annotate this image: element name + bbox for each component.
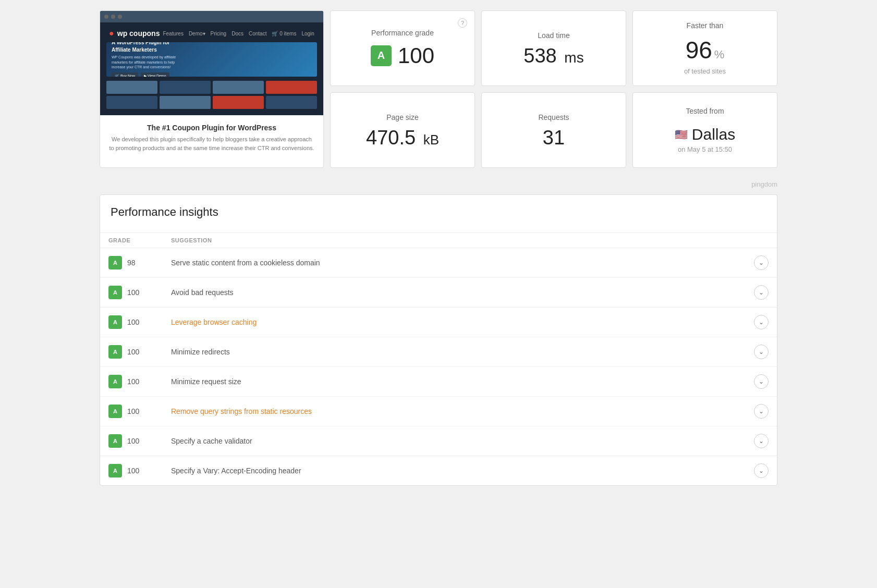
thumb-2	[160, 81, 211, 94]
thumb-6	[160, 96, 211, 109]
expand-button[interactable]: ⌄	[754, 434, 769, 448]
main-container: ● wp coupons Features Demo▾ Pricing Docs…	[89, 0, 788, 496]
expand-button[interactable]: ⌄	[754, 255, 769, 270]
tested-from-label: Tested from	[686, 107, 724, 115]
insights-title: Performance insights	[111, 205, 766, 219]
browser-content: ● wp coupons Features Demo▾ Pricing Docs…	[100, 22, 323, 115]
page-size-unit: kB	[423, 132, 439, 148]
grade-cell: A 100	[108, 286, 171, 299]
insight-grade-badge: A	[108, 256, 122, 270]
insight-score: 100	[127, 437, 143, 445]
city-name: Dallas	[692, 126, 735, 143]
insight-suggestion: Specify a Vary: Accept-Encoding header	[171, 467, 748, 475]
load-time-number: 538	[523, 45, 556, 67]
site-preview-card: ● wp coupons Features Demo▾ Pricing Docs…	[100, 10, 324, 168]
insight-score: 100	[127, 348, 143, 356]
hero-title: A WordPress Plugin forAffiliate Marketer…	[112, 42, 170, 54]
insight-suggestion: Leverage browser caching	[171, 318, 748, 326]
thumb-8	[266, 96, 317, 109]
nav-item-demo: Demo▾	[189, 31, 205, 36]
suggestion-column-header: SUGGESTION	[171, 237, 748, 243]
insight-grade-badge: A	[108, 464, 122, 477]
view-demo-mock: ▶ View Demo	[141, 72, 169, 77]
thumb-5	[106, 96, 157, 109]
expand-button[interactable]: ⌄	[754, 463, 769, 478]
thumbnail-grid	[106, 81, 317, 109]
faster-unit: %	[714, 48, 725, 62]
performance-grade-card: ? Performance grade A 100	[330, 10, 475, 86]
grade-cell: A 100	[108, 375, 171, 388]
requests-card: Requests 31	[481, 92, 626, 168]
expand-button[interactable]: ⌄	[754, 404, 769, 419]
nav-bar-mock: Features Demo▾ Pricing Docs Contact 🛒 0 …	[163, 31, 314, 36]
faster-percent: 96 %	[686, 36, 725, 64]
performance-grade-label: Performance grade	[371, 29, 434, 37]
insight-suggestion: Avoid bad requests	[171, 288, 748, 297]
expand-button[interactable]: ⌄	[754, 345, 769, 359]
insights-table-header: GRADE SUGGESTION	[100, 232, 777, 248]
faster-than-card: Faster than 96 % of tested sites	[632, 10, 777, 86]
hero-buttons: 🛒 Buy Now ▶ View Demo	[112, 72, 169, 77]
nav-item-items: 🛒 0 items	[272, 31, 296, 36]
site-preview-desc: We developed this plugin specifically to…	[108, 135, 315, 152]
expand-button[interactable]: ⌄	[754, 374, 769, 389]
load-time-card: Load time 538 ms	[481, 10, 626, 86]
expand-button[interactable]: ⌄	[754, 315, 769, 329]
grade-cell: A 100	[108, 405, 171, 418]
help-icon[interactable]: ?	[458, 18, 467, 28]
insights-rows-container: A 98 Serve static content from a cookiel…	[100, 248, 777, 485]
pingdom-credit: pingdom	[100, 178, 777, 194]
stats-grid: ? Performance grade A 100 Load time 538 …	[330, 10, 777, 168]
insight-grade-badge: A	[108, 315, 122, 329]
grade-cell: A 98	[108, 256, 171, 270]
insight-suggestion: Minimize redirects	[171, 348, 748, 356]
hero-section: A WordPress Plugin forAffiliate Marketer…	[106, 42, 317, 77]
grade-column-header: GRADE	[108, 237, 171, 243]
insights-header: Performance insights	[100, 195, 777, 232]
insights-section: Performance insights GRADE SUGGESTION A …	[100, 194, 777, 486]
grade-cell: A 100	[108, 464, 171, 477]
page-size-label: Page size	[386, 113, 418, 121]
wp-logo-area: ● wp coupons Features Demo▾ Pricing Docs…	[109, 29, 314, 38]
insight-score: 100	[127, 288, 143, 297]
insight-grade-badge: A	[108, 286, 122, 299]
browser-dot-1	[104, 15, 108, 19]
wp-logo-text: wp coupons	[117, 29, 160, 38]
insight-row: A 100 Minimize request size ⌄	[100, 367, 777, 397]
site-preview-info: The #1 Coupon Plugin for WordPress We de…	[100, 115, 323, 161]
page-size-card: Page size 470.5 kB	[330, 92, 475, 168]
wp-logo-icon: ●	[109, 29, 114, 38]
site-preview-title: The #1 Coupon Plugin for WordPress	[108, 124, 315, 132]
insight-suggestion: Specify a cache validator	[171, 437, 748, 445]
thumb-4	[266, 81, 317, 94]
us-flag-icon: 🇺🇸	[675, 128, 688, 141]
requests-value: 31	[543, 128, 565, 148]
top-section: ● wp coupons Features Demo▾ Pricing Docs…	[100, 10, 777, 168]
load-time-label: Load time	[538, 31, 569, 40]
thumb-3	[213, 81, 264, 94]
insight-row: A 100 Specify a Vary: Accept-Encoding he…	[100, 456, 777, 485]
insight-score: 100	[127, 407, 143, 415]
browser-preview: ● wp coupons Features Demo▾ Pricing Docs…	[100, 11, 323, 115]
insight-row: A 100 Leverage browser caching ⌄	[100, 308, 777, 337]
insight-score: 100	[127, 377, 143, 386]
nav-item-pricing: Pricing	[211, 31, 227, 36]
thumb-7	[213, 96, 264, 109]
flag-city: 🇺🇸 Dallas	[675, 126, 735, 143]
browser-dot-2	[111, 15, 115, 19]
insight-score: 100	[127, 467, 143, 475]
page-size-value: 470.5 kB	[366, 128, 439, 148]
insight-grade-badge: A	[108, 405, 122, 418]
requests-label: Requests	[538, 113, 569, 121]
faster-sub: of tested sites	[684, 67, 726, 75]
insight-grade-badge: A	[108, 375, 122, 388]
grade-cell: A 100	[108, 434, 171, 448]
hero-subtitle: WP Coupons was developed by affiliatemar…	[112, 55, 176, 70]
browser-bar	[100, 11, 323, 22]
browser-dot-3	[118, 15, 122, 19]
page-size-number: 470.5	[366, 127, 416, 149]
expand-button[interactable]: ⌄	[754, 285, 769, 300]
thumb-1	[106, 81, 157, 94]
buy-now-mock: 🛒 Buy Now	[112, 72, 138, 77]
faster-than-label: Faster than	[687, 21, 724, 30]
